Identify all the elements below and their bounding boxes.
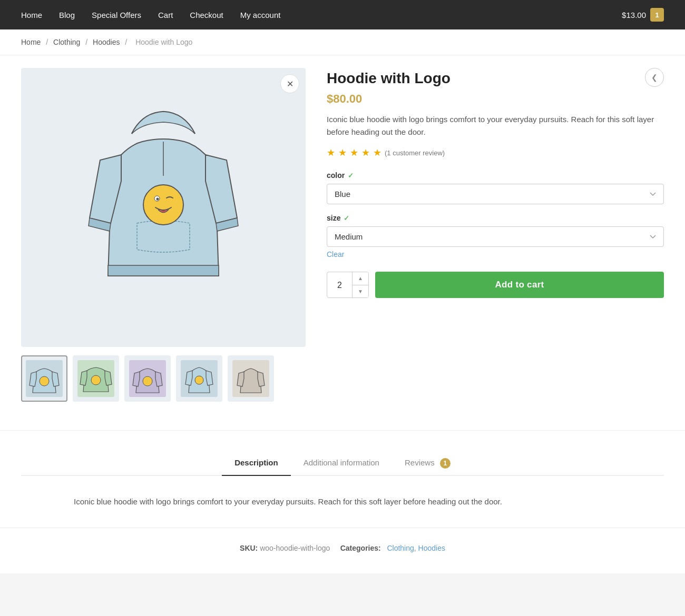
tab-additional-information[interactable]: Additional information — [291, 452, 392, 476]
star-2: ★ — [338, 147, 347, 158]
color-group: color ✓ Blue Green Red — [327, 171, 664, 204]
review-count[interactable]: (1 customer review) — [385, 149, 445, 157]
category-clothing[interactable]: Clothing — [387, 544, 414, 552]
tabs-row: Description Additional information Revie… — [21, 452, 664, 476]
thumbnail-1[interactable] — [21, 355, 67, 402]
svg-point-13 — [195, 376, 203, 384]
reviews-badge: 1 — [440, 458, 451, 469]
svg-point-11 — [143, 376, 152, 386]
tab-reviews-label: Reviews — [405, 458, 435, 467]
breadcrumb-sep-1: / — [46, 38, 50, 46]
nav-special-offers[interactable]: Special Offers — [92, 11, 141, 19]
product-details: ❮ Hoodie with Logo $80.00 Iconic blue ho… — [327, 68, 664, 298]
tab-reviews[interactable]: Reviews 1 — [392, 452, 463, 476]
sku-text: woo-hoodie-with-logo — [260, 544, 330, 552]
zoom-button[interactable]: ✕ — [280, 74, 299, 93]
clear-link[interactable]: Clear — [327, 250, 344, 259]
tab-description[interactable]: Description — [222, 452, 291, 476]
size-label: size ✓ — [327, 214, 664, 222]
cart-badge[interactable]: 1 — [650, 8, 664, 22]
color-select[interactable]: Blue Green Red — [327, 184, 664, 204]
product-page: ✕ — [0, 55, 685, 573]
svg-point-3 — [143, 185, 183, 225]
tab-description-content: Iconic blue hoodie with logo brings comf… — [21, 476, 664, 528]
product-description: Iconic blue hoodie with logo brings comf… — [327, 113, 664, 138]
cart-price: $13.00 — [622, 11, 646, 19]
product-title: Hoodie with Logo — [327, 70, 664, 87]
star-1: ★ — [327, 147, 335, 158]
breadcrumb-current: Hoodie with Logo — [135, 38, 192, 46]
size-select[interactable]: Small Medium Large X-Large — [327, 226, 664, 247]
quantity-down-button[interactable]: ▼ — [353, 285, 368, 298]
thumbnail-2[interactable] — [73, 355, 119, 402]
main-image-container: ✕ — [21, 68, 306, 347]
svg-point-9 — [91, 375, 101, 385]
add-to-cart-row: 2 ▲ ▼ Add to cart — [327, 272, 664, 298]
product-meta: SKU: woo-hoodie-with-logo Categories: Cl… — [0, 528, 685, 573]
category-hoodies[interactable]: Hoodies — [418, 544, 445, 552]
product-image — [79, 102, 248, 313]
breadcrumb-home[interactable]: Home — [21, 38, 41, 46]
nav-home[interactable]: Home — [21, 11, 42, 19]
description-text: Iconic blue hoodie with logo brings comf… — [74, 495, 611, 509]
thumbnail-3[interactable] — [124, 355, 171, 402]
size-group: size ✓ Small Medium Large X-Large Clear — [327, 214, 664, 259]
quantity-value: 2 — [327, 272, 353, 297]
tabs-section: Description Additional information Revie… — [0, 430, 685, 528]
nav-checkout[interactable]: Checkout — [190, 11, 223, 19]
product-top-section: ✕ — [0, 55, 685, 414]
rating-row: ★ ★ ★ ★ ★ (1 customer review) — [327, 147, 664, 158]
prev-product-button[interactable]: ❮ — [645, 68, 664, 87]
categories-label: Categories: — [340, 544, 381, 552]
sku-label: SKU: — [240, 544, 258, 552]
star-3: ★ — [350, 147, 358, 158]
quantity-arrows: ▲ ▼ — [353, 272, 368, 297]
svg-point-5 — [156, 198, 159, 201]
color-check-icon: ✓ — [348, 172, 354, 180]
color-label: color ✓ — [327, 171, 664, 180]
breadcrumb: Home / Clothing / Hoodies / Hoodie with … — [0, 29, 685, 55]
quantity-control: 2 ▲ ▼ — [327, 272, 369, 298]
breadcrumb-sep-3: / — [125, 38, 129, 46]
product-price: $80.00 — [327, 92, 664, 106]
navigation: Home Blog Special Offers Cart Checkout M… — [0, 0, 685, 29]
breadcrumb-clothing[interactable]: Clothing — [53, 38, 80, 46]
star-5: ★ — [373, 147, 381, 158]
breadcrumb-hoodies[interactable]: Hoodies — [93, 38, 120, 46]
size-check-icon: ✓ — [344, 214, 349, 222]
thumbnail-4[interactable] — [176, 355, 222, 402]
breadcrumb-sep-2: / — [85, 38, 90, 46]
nav-blog[interactable]: Blog — [59, 11, 75, 19]
cart-widget: $13.00 1 — [622, 8, 664, 22]
star-4: ★ — [361, 147, 370, 158]
product-image-section: ✕ — [21, 68, 306, 402]
thumbnail-row — [21, 355, 306, 402]
nav-cart[interactable]: Cart — [158, 11, 173, 19]
add-to-cart-button[interactable]: Add to cart — [375, 272, 664, 298]
thumbnail-5[interactable] — [228, 355, 274, 402]
quantity-up-button[interactable]: ▲ — [353, 272, 368, 285]
nav-my-account[interactable]: My account — [240, 11, 281, 19]
svg-point-7 — [40, 376, 49, 386]
